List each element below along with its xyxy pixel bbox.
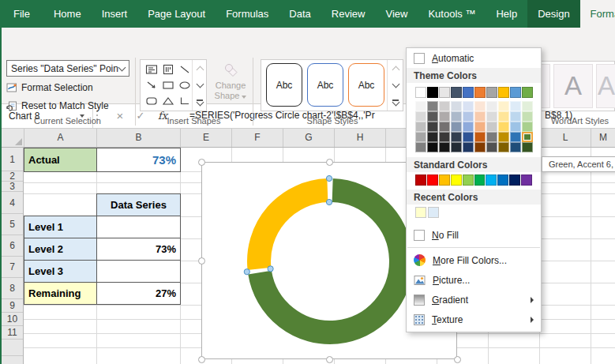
cell-A7[interactable]: Level 3 (24, 260, 97, 283)
column-header-G[interactable]: G (283, 129, 335, 147)
chart-resize-handle-w[interactable] (198, 257, 205, 265)
color-swatch[interactable] (510, 87, 521, 98)
column-header-A[interactable]: A (24, 129, 97, 147)
color-swatch[interactable] (486, 142, 497, 152)
color-swatch[interactable] (415, 142, 426, 152)
color-swatch[interactable] (486, 87, 497, 98)
color-swatch[interactable] (497, 174, 508, 186)
row-header-partial[interactable] (2, 340, 23, 356)
format-selection-button[interactable]: Format Selection (6, 81, 93, 95)
color-swatch[interactable] (415, 111, 426, 122)
color-swatch[interactable] (510, 142, 521, 152)
color-swatch[interactable] (451, 174, 462, 186)
cell-A5[interactable]: Level 1 (24, 216, 97, 238)
scroll-down-button[interactable] (193, 77, 207, 93)
tab-format[interactable]: Format (580, 0, 615, 28)
select-all-corner[interactable] (2, 129, 24, 147)
wordart-preset-3[interactable]: A (596, 64, 615, 108)
scroll-up-button[interactable] (388, 60, 403, 77)
tab-kutools[interactable]: Kutools ™ (418, 0, 486, 28)
color-swatch[interactable] (474, 87, 486, 98)
column-header-F[interactable]: F (232, 129, 283, 147)
rectangle-shape-icon[interactable] (159, 77, 176, 93)
menu-item-picture[interactable]: Picture... (407, 270, 541, 290)
row-header-9[interactable]: 9 (2, 299, 23, 313)
color-swatch[interactable] (498, 122, 509, 132)
color-swatch[interactable] (498, 132, 509, 142)
color-swatch[interactable] (439, 111, 450, 122)
scroll-up-button[interactable] (193, 60, 207, 77)
text-box-icon[interactable] (143, 62, 159, 77)
color-swatch[interactable] (439, 122, 450, 132)
tab-file[interactable]: File (0, 0, 43, 28)
color-swatch[interactable] (439, 174, 450, 186)
row-header-11[interactable]: 11 (2, 326, 23, 340)
cell-B6[interactable]: 73% (96, 238, 181, 261)
column-header-E[interactable]: E (181, 129, 232, 147)
row-header-1[interactable]: 1 (2, 148, 23, 171)
color-swatch[interactable] (415, 101, 426, 111)
elbow-connector-shape-icon[interactable] (176, 93, 193, 109)
column-header-H[interactable]: H (335, 129, 386, 147)
scroll-down-button[interactable] (388, 77, 403, 93)
chart-resize-handle-sw[interactable] (198, 356, 205, 363)
menu-item-automatic[interactable]: Automatic (407, 48, 541, 68)
chart-element-selector[interactable]: Series "Data Series" Poin (6, 60, 129, 77)
color-swatch[interactable] (427, 122, 438, 132)
cell-B1[interactable]: 73% (96, 148, 181, 172)
menu-item-texture[interactable]: Texture (407, 310, 541, 329)
chart-resize-handle-nw[interactable] (198, 159, 205, 166)
wordart-preset-2[interactable]: A (553, 64, 593, 108)
color-swatch[interactable] (427, 174, 438, 186)
color-swatch[interactable] (415, 174, 426, 186)
color-swatch[interactable] (451, 101, 462, 111)
color-swatch[interactable] (498, 142, 509, 152)
color-swatch[interactable] (474, 111, 486, 122)
shape-style-preset-3[interactable]: Abc (348, 63, 384, 107)
color-swatch[interactable] (463, 122, 474, 132)
color-swatch[interactable] (498, 101, 509, 111)
triangle-shape-icon[interactable] (159, 93, 176, 109)
shape-style-preset-1[interactable]: Abc (266, 63, 302, 107)
vertical-text-box-icon[interactable] (159, 62, 176, 77)
color-swatch[interactable] (463, 132, 474, 142)
chart-resize-handle-n[interactable] (326, 159, 333, 166)
color-swatch[interactable] (486, 101, 497, 111)
cell-B7[interactable] (96, 260, 181, 283)
color-swatch[interactable] (510, 101, 521, 111)
color-swatch[interactable] (522, 142, 533, 152)
chart-resize-handle-s[interactable] (326, 356, 333, 363)
color-swatch[interactable] (427, 132, 438, 142)
color-swatch[interactable] (463, 174, 474, 186)
color-swatch[interactable] (439, 132, 450, 142)
row-header-7[interactable]: 7 (2, 257, 23, 278)
chart-resize-handle-se[interactable] (454, 356, 461, 363)
column-header-M[interactable]: M (591, 129, 615, 147)
color-swatch[interactable] (498, 87, 509, 98)
color-swatch[interactable] (427, 142, 438, 152)
color-swatch[interactable] (415, 87, 426, 98)
cell-B8[interactable]: 27% (96, 282, 181, 305)
color-swatch[interactable] (463, 111, 474, 122)
color-swatch[interactable] (522, 111, 533, 122)
tab-formulas[interactable]: Formulas (216, 0, 279, 28)
color-swatch[interactable] (510, 111, 521, 122)
color-swatch[interactable] (415, 122, 426, 132)
color-swatch[interactable] (474, 132, 486, 142)
color-swatch[interactable] (522, 122, 533, 132)
tab-help[interactable]: Help (486, 0, 527, 28)
tab-home[interactable]: Home (43, 0, 92, 28)
cell-B5[interactable] (96, 216, 181, 238)
color-swatch[interactable] (451, 87, 462, 98)
color-swatch[interactable] (474, 174, 486, 186)
color-swatch[interactable] (451, 132, 462, 142)
color-swatch[interactable] (486, 122, 497, 132)
cell-B4[interactable]: Data Series (96, 193, 181, 216)
gallery-more-button[interactable] (193, 94, 207, 111)
tab-data[interactable]: Data (279, 0, 321, 28)
tab-view[interactable]: View (375, 0, 418, 28)
color-swatch[interactable] (415, 207, 426, 218)
color-swatch[interactable] (463, 142, 474, 152)
cell-A1[interactable]: Actual (24, 148, 97, 172)
color-swatch[interactable] (474, 142, 486, 152)
